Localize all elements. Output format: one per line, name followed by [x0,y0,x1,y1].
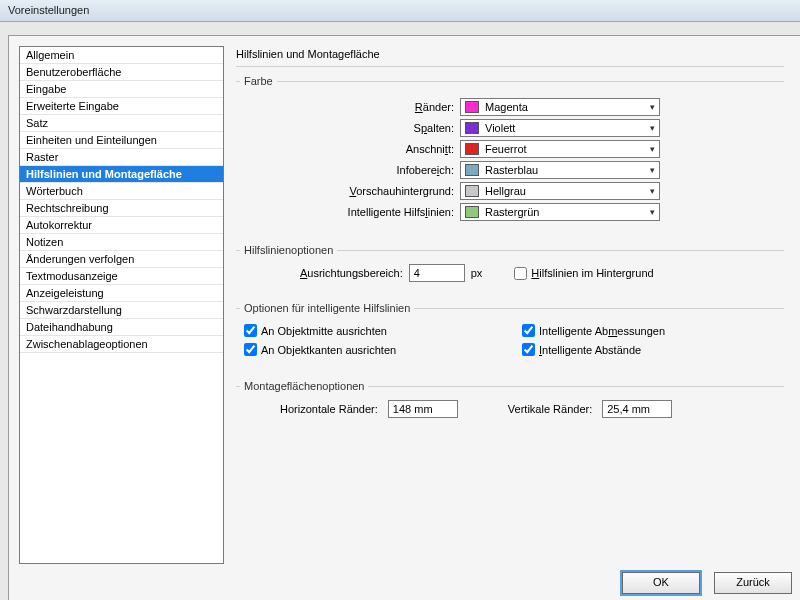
sidebar-item[interactable]: Zwischenablageoptionen [20,336,223,353]
sidebar-item[interactable]: Anzeigeleistung [20,285,223,302]
color-swatch [465,164,479,176]
chevron-down-icon: ▾ [645,144,659,154]
smart-option-label: An Objektkanten ausrichten [261,344,396,356]
color-legend: Farbe [240,75,277,87]
chevron-down-icon: ▾ [645,207,659,217]
smart-option: Intelligente Abmessungen [522,324,780,337]
pasteboard-group: Montageflächenoptionen Horizontale Rände… [236,380,784,424]
smart-option-checkbox[interactable] [522,343,535,356]
v-margin-input[interactable] [602,400,672,418]
smart-option-checkbox[interactable] [244,343,257,356]
color-swatch [465,122,479,134]
sidebar-item[interactable]: Änderungen verfolgen [20,251,223,268]
color-label: Spalten: [240,122,460,134]
color-value: Magenta [483,101,645,113]
color-value: Hellgrau [483,185,645,197]
dialog-footer: OK Zurück [622,572,800,594]
color-label: Ränder: [240,101,460,113]
color-value: Rastergrün [483,206,645,218]
align-range-label: Ausrichtungsbereich: [300,267,403,279]
color-value: Rasterblau [483,164,645,176]
guides-legend: Hilfslinienoptionen [240,244,337,256]
pasteboard-legend: Montageflächenoptionen [240,380,368,392]
color-value: Feuerrot [483,143,645,155]
smart-option: An Objektkanten ausrichten [244,343,502,356]
smart-option: Intelligente Abstände [522,343,780,356]
guides-in-back-checkbox[interactable] [514,267,527,280]
color-dropdown[interactable]: Rasterblau▾ [460,161,660,179]
v-margin-label: Vertikale Ränder: [508,403,592,415]
align-range-input[interactable] [409,264,465,282]
sidebar-item[interactable]: Notizen [20,234,223,251]
titlebar: Voreinstellungen [0,0,800,22]
sidebar-item[interactable]: Rechtschreibung [20,200,223,217]
color-swatch [465,185,479,197]
color-label: Intelligente Hilfslinien: [240,206,460,218]
color-row: Intelligente Hilfslinien:Rastergrün▾ [240,203,780,221]
smart-option-checkbox[interactable] [522,324,535,337]
smart-option-label: An Objektmitte ausrichten [261,325,387,337]
chevron-down-icon: ▾ [645,165,659,175]
color-dropdown[interactable]: Violett▾ [460,119,660,137]
smart-option-checkbox[interactable] [244,324,257,337]
color-row: Anschnitt:Feuerrot▾ [240,140,780,158]
color-value: Violett [483,122,645,134]
color-dropdown[interactable]: Feuerrot▾ [460,140,660,158]
main-panel: Hilfslinien und Montagefläche Farbe Ränd… [236,46,790,564]
align-range-unit: px [471,267,483,279]
color-row: Spalten:Violett▾ [240,119,780,137]
chevron-down-icon: ▾ [645,102,659,112]
smart-option-label: Intelligente Abstände [539,344,641,356]
color-label: Anschnitt: [240,143,460,155]
color-group: Farbe Ränder:Magenta▾Spalten:Violett▾Ans… [236,75,784,230]
color-row: Infobereich:Rasterblau▾ [240,161,780,179]
color-label: Infobereich: [240,164,460,176]
ok-button[interactable]: OK [622,572,700,594]
color-row: Vorschauhintergrund:Hellgrau▾ [240,182,780,200]
sidebar-item[interactable]: Textmodusanzeige [20,268,223,285]
sidebar-item[interactable]: Raster [20,149,223,166]
sidebar-item[interactable]: Hilfslinien und Montagefläche [20,166,223,183]
smart-guides-legend: Optionen für intelligente Hilfslinien [240,302,414,314]
color-swatch [465,143,479,155]
color-swatch [465,206,479,218]
sidebar-item[interactable]: Erweiterte Eingabe [20,98,223,115]
window-title: Voreinstellungen [8,4,89,16]
sidebar-item[interactable]: Allgemein [20,47,223,64]
sidebar-item[interactable]: Dateihandhabung [20,319,223,336]
smart-option: An Objektmitte ausrichten [244,324,502,337]
guides-in-back-label: Hilfslinien im Hintergrund [531,267,653,279]
color-row: Ränder:Magenta▾ [240,98,780,116]
sidebar-item[interactable]: Eingabe [20,81,223,98]
sidebar-item[interactable]: Autokorrektur [20,217,223,234]
back-button[interactable]: Zurück [714,572,792,594]
guides-group: Hilfslinienoptionen Ausrichtungsbereich:… [236,244,784,288]
preferences-dialog: AllgemeinBenutzeroberflächeEingabeErweit… [8,35,800,600]
chevron-down-icon: ▾ [645,123,659,133]
h-margin-label: Horizontale Ränder: [280,403,378,415]
h-margin-input[interactable] [388,400,458,418]
smart-option-label: Intelligente Abmessungen [539,325,665,337]
sidebar-item[interactable]: Einheiten und Einteilungen [20,132,223,149]
category-sidebar: AllgemeinBenutzeroberflächeEingabeErweit… [19,46,224,564]
sidebar-item[interactable]: Wörterbuch [20,183,223,200]
sidebar-item[interactable]: Schwarzdarstellung [20,302,223,319]
color-dropdown[interactable]: Rastergrün▾ [460,203,660,221]
color-dropdown[interactable]: Hellgrau▾ [460,182,660,200]
chevron-down-icon: ▾ [645,186,659,196]
color-label: Vorschauhintergrund: [240,185,460,197]
color-dropdown[interactable]: Magenta▾ [460,98,660,116]
sidebar-item[interactable]: Benutzeroberfläche [20,64,223,81]
page-title: Hilfslinien und Montagefläche [236,46,784,67]
smart-guides-group: Optionen für intelligente Hilfslinien An… [236,302,784,366]
sidebar-item[interactable]: Satz [20,115,223,132]
color-swatch [465,101,479,113]
